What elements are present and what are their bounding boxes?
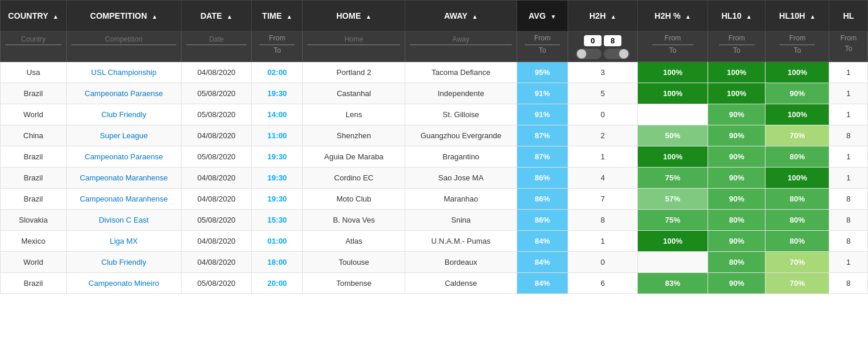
- col-header-h2hpct[interactable]: H2H % ▲: [638, 1, 708, 32]
- col-header-hl10h[interactable]: HL10H ▲: [766, 1, 829, 32]
- table-body: UsaUSL Championship04/08/202002:00Portla…: [1, 62, 868, 294]
- h2h-min-toggle[interactable]: [576, 49, 602, 59]
- home-input[interactable]: [307, 34, 400, 45]
- hl10h-cell: 70%: [766, 273, 829, 294]
- table-cell: Guangzhou Evergrande: [405, 125, 517, 146]
- table-cell: Divison C East: [66, 210, 181, 231]
- filter-hl[interactable]: From To: [829, 32, 868, 62]
- col-header-date[interactable]: DATE ▲: [182, 1, 252, 32]
- h2h-cell: 8: [568, 210, 638, 231]
- filter-country[interactable]: [1, 32, 67, 62]
- hl10-cell: 90%: [708, 231, 766, 252]
- table-cell: 01:00: [252, 231, 303, 252]
- h2hpct-cell: 57%: [638, 189, 708, 210]
- date-input[interactable]: [186, 34, 247, 45]
- hl10-cell: 90%: [708, 189, 766, 210]
- h2hpct-cell: [638, 252, 708, 273]
- table-cell: Campeonato Maranhense: [66, 189, 181, 210]
- h2h-cell: 1: [568, 146, 638, 168]
- h2hpct-cell: 100%: [638, 83, 708, 104]
- col-header-hl10[interactable]: HL10 ▲: [708, 1, 766, 32]
- table-cell: Mexico: [1, 231, 67, 252]
- col-header-competition[interactable]: COMPETITION ▲: [66, 1, 181, 32]
- hl10h-cell: 80%: [766, 189, 829, 210]
- h2h-cell: 4: [568, 168, 638, 189]
- table-cell: 18:00: [252, 252, 303, 273]
- h2h-max-toggle[interactable]: [604, 49, 630, 59]
- table-cell: Maranhao: [405, 189, 517, 210]
- avg-cell: 86%: [517, 189, 568, 210]
- filter-date[interactable]: [182, 32, 252, 62]
- hl10-cell: 90%: [708, 125, 766, 146]
- table-row[interactable]: UsaUSL Championship04/08/202002:00Portla…: [1, 62, 868, 83]
- col-header-h2h[interactable]: H2H ▲: [568, 1, 638, 32]
- hl10h-cell: 100%: [766, 168, 829, 189]
- filter-avg[interactable]: From To: [517, 32, 568, 62]
- h2hpct-cell: 50%: [638, 125, 708, 146]
- avg-cell: 91%: [517, 83, 568, 104]
- sort-arrow-country: ▲: [53, 13, 59, 20]
- table-cell: 19:30: [252, 83, 303, 104]
- table-cell: USL Championship: [66, 62, 181, 83]
- table-cell: 04/08/2020: [182, 231, 252, 252]
- table-cell: Snina: [405, 210, 517, 231]
- h2hpct-cell: 83%: [638, 273, 708, 294]
- hl10-cell: 80%: [708, 210, 766, 231]
- col-header-time[interactable]: TIME ▲: [252, 1, 303, 32]
- sort-arrow-h2hpct: ▲: [685, 13, 691, 20]
- table-cell: Independente: [405, 83, 517, 104]
- filter-h2h[interactable]: 0 8: [568, 32, 638, 62]
- col-header-home[interactable]: HOME ▲: [303, 1, 405, 32]
- table-row[interactable]: BrazilCampeonato Mineiro05/08/202020:00T…: [1, 273, 868, 294]
- col-header-away[interactable]: AWAY ▲: [405, 1, 517, 32]
- hl10h-cell: 80%: [766, 146, 829, 168]
- table-cell: Portland 2: [303, 62, 405, 83]
- table-cell: Liga MX: [66, 231, 181, 252]
- table-row[interactable]: BrazilCampeonato Maranhense04/08/202019:…: [1, 189, 868, 210]
- col-header-country[interactable]: COUNTRY ▲: [1, 1, 67, 32]
- sort-arrow-competition: ▲: [152, 13, 158, 20]
- filter-away[interactable]: [405, 32, 517, 62]
- table-cell: Brazil: [1, 83, 67, 104]
- country-input[interactable]: [5, 34, 61, 45]
- avg-cell: 84%: [517, 273, 568, 294]
- table-cell: 02:00: [252, 62, 303, 83]
- sort-arrow-away: ▲: [472, 13, 478, 20]
- col-header-hl[interactable]: HL: [829, 1, 868, 32]
- table-row[interactable]: ChinaSuper League04/08/202011:00Shenzhen…: [1, 125, 868, 146]
- table-cell: Tombense: [303, 273, 405, 294]
- table-row[interactable]: BrazilCampeonato Maranhense04/08/202019:…: [1, 168, 868, 189]
- table-row[interactable]: BrazilCampeonato Paraense05/08/202019:30…: [1, 146, 868, 168]
- table-cell: Brazil: [1, 168, 67, 189]
- hl10-cell: 90%: [708, 168, 766, 189]
- table-cell: Shenzhen: [303, 125, 405, 146]
- sort-arrow-avg: ▼: [551, 13, 556, 20]
- table-row[interactable]: SlovakiaDivison C East05/08/202015:30B. …: [1, 210, 868, 231]
- table-cell: 04/08/2020: [182, 252, 252, 273]
- away-input[interactable]: [410, 34, 512, 45]
- competition-input[interactable]: [71, 34, 176, 45]
- table-cell: Castanhal: [303, 83, 405, 104]
- filter-h2hpct[interactable]: From To: [638, 32, 708, 62]
- h2hpct-cell: 75%: [638, 168, 708, 189]
- h2hpct-cell: [638, 104, 708, 125]
- table-row[interactable]: WorldClub Friendly05/08/202014:00LensSt.…: [1, 104, 868, 125]
- table-cell: St. Gilloise: [405, 104, 517, 125]
- filter-time[interactable]: From To: [252, 32, 303, 62]
- filter-hl10h[interactable]: From To: [766, 32, 829, 62]
- filter-hl10[interactable]: From To: [708, 32, 766, 62]
- avg-cell: 86%: [517, 168, 568, 189]
- filter-competition[interactable]: [66, 32, 181, 62]
- to-label: To: [274, 46, 281, 54]
- filter-home[interactable]: [303, 32, 405, 62]
- h2hpct-to-label: To: [669, 46, 676, 54]
- table-row[interactable]: BrazilCampeonato Paraense05/08/202019:30…: [1, 83, 868, 104]
- table-row[interactable]: WorldClub Friendly04/08/202018:00Toulous…: [1, 252, 868, 273]
- table-cell: Bordeaux: [405, 252, 517, 273]
- h2h-cell: 7: [568, 189, 638, 210]
- col-header-avg[interactable]: AVG ▼: [517, 1, 568, 32]
- table-cell: Lens: [303, 104, 405, 125]
- avg-cell: 84%: [517, 231, 568, 252]
- table-cell: 11:00: [252, 125, 303, 146]
- table-row[interactable]: MexicoLiga MX04/08/202001:00AtlasU.N.A.M…: [1, 231, 868, 252]
